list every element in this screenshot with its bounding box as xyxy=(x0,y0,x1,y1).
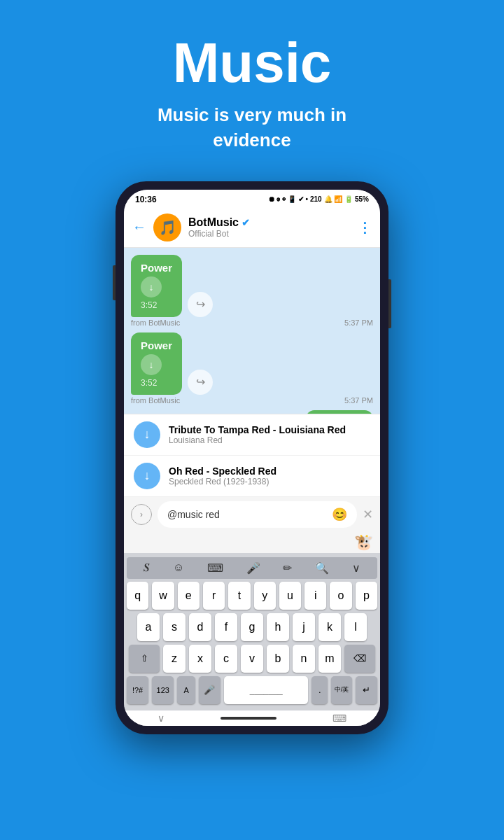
key-a[interactable]: a xyxy=(137,613,160,641)
status-network: 🔔 📶 🔋 55% xyxy=(324,195,369,203)
bottom-bar: ∨ ⌨ xyxy=(124,710,380,726)
key-y[interactable]: y xyxy=(254,582,276,610)
keyboard-row-1: q w e r t y u i o p xyxy=(127,582,377,610)
kb-tool-collapse[interactable]: ∨ xyxy=(348,560,365,576)
key-numbers2[interactable]: 123 xyxy=(152,676,174,704)
result-title-2: Oh Red - Speckled Red xyxy=(169,465,370,477)
status-icons: ⏺ ⊕ ◎ 📱 ✔ • 210 🔔 📶 🔋 55% xyxy=(268,195,369,203)
result-icon-1: ↓ xyxy=(134,421,160,448)
input-text: @music red xyxy=(167,509,220,520)
status-misc: ⏺ ⊕ ◎ 📱 ✔ • xyxy=(268,195,308,203)
key-lang2[interactable]: 中/英 xyxy=(331,676,352,704)
key-d[interactable]: d xyxy=(189,613,211,641)
key-b[interactable]: b xyxy=(267,645,289,673)
bottom-chevron[interactable]: ∨ xyxy=(158,713,164,724)
sticker-emoji: 🐮 xyxy=(354,533,373,552)
kb-tool-emoji[interactable]: ☺ xyxy=(169,560,188,575)
key-space[interactable]: _______ xyxy=(224,676,308,704)
phone-screen: 10:36 ⏺ ⊕ ◎ 📱 ✔ • 210 🔔 📶 🔋 55% ← 🎵 BotM… xyxy=(124,190,380,726)
key-lang[interactable]: A xyxy=(177,676,195,704)
input-area: › @music red 😊 ✕ xyxy=(124,497,380,532)
key-z[interactable]: z xyxy=(163,645,186,673)
key-backspace[interactable]: ⌫ xyxy=(344,645,375,673)
page-title: Music xyxy=(158,35,346,91)
key-o[interactable]: o xyxy=(330,582,351,610)
key-t[interactable]: t xyxy=(228,582,250,610)
download-button-1[interactable]: ↓ xyxy=(141,276,162,298)
key-l[interactable]: l xyxy=(344,613,367,641)
kb-tool-swype[interactable]: 𝑺 xyxy=(139,560,154,575)
song-title-2: Power xyxy=(141,340,172,351)
key-k[interactable]: k xyxy=(318,613,341,641)
key-numbers[interactable]: !?# xyxy=(127,676,148,704)
message-meta-2: from BotMusic 5:37 PM xyxy=(131,396,373,405)
message-bubble-1: Power ↓ 3:52 xyxy=(131,255,182,317)
status-bar: 10:36 ⏺ ⊕ ◎ 📱 ✔ • 210 🔔 📶 🔋 55% xyxy=(124,190,380,208)
key-v[interactable]: v xyxy=(241,645,263,673)
emoji-button[interactable]: 😊 xyxy=(332,507,347,522)
key-period[interactable]: . xyxy=(312,676,328,704)
kb-tool-keyboard[interactable]: ⌨ xyxy=(203,560,227,576)
page-subtitle: Music is very much inevidence xyxy=(158,102,346,153)
search-result-2[interactable]: ↓ Oh Red - Speckled Red Speckled Red (19… xyxy=(124,456,380,497)
kb-tool-edit[interactable]: ✏ xyxy=(279,560,296,576)
key-s[interactable]: s xyxy=(163,613,186,641)
result-subtitle-1: Louisiana Red xyxy=(169,435,370,445)
key-h[interactable]: h xyxy=(267,613,289,641)
key-mic[interactable]: 🎤 xyxy=(199,676,220,704)
duration-2: 3:52 xyxy=(141,378,172,388)
keyboard: 𝑺 ☺ ⌨ 🎤 ✏ 🔍 ∨ q w e r t y u i xyxy=(124,553,380,710)
share-button-1[interactable]: ↪ xyxy=(188,292,213,317)
keyboard-toolbar: 𝑺 ☺ ⌨ 🎤 ✏ 🔍 ∨ xyxy=(127,557,377,579)
key-e[interactable]: e xyxy=(178,582,200,610)
key-u[interactable]: u xyxy=(279,582,301,610)
key-r[interactable]: r xyxy=(203,582,225,610)
key-j[interactable]: j xyxy=(293,613,315,641)
share-button-2[interactable]: ↪ xyxy=(188,370,213,395)
key-f[interactable]: f xyxy=(215,613,237,641)
search-result-1[interactable]: ↓ Tribute To Tampa Red - Louisiana Red L… xyxy=(124,414,380,456)
download-area-1: ↓ xyxy=(141,276,172,298)
download-area-2: ↓ xyxy=(141,354,172,375)
kb-tool-mic[interactable]: 🎤 xyxy=(242,560,265,576)
key-return[interactable]: ↵ xyxy=(356,676,377,704)
keyboard-row-2: a s d f g h j k l xyxy=(127,613,377,641)
phone-frame: 10:36 ⏺ ⊕ ◎ 📱 ✔ • 210 🔔 📶 🔋 55% ← 🎵 BotM… xyxy=(115,181,388,734)
status-time: 10:36 xyxy=(135,195,157,204)
back-button[interactable]: ← xyxy=(132,219,146,235)
chat-area: Power ↓ 3:52 ↪ from BotMusic 5:37 PM xyxy=(124,248,380,414)
source-label-1: from BotMusic xyxy=(131,318,180,327)
result-subtitle-2: Speckled Red (1929-1938) xyxy=(169,477,370,486)
key-c[interactable]: c xyxy=(215,645,237,673)
source-label-2: from BotMusic xyxy=(131,396,180,405)
key-m[interactable]: m xyxy=(318,645,341,673)
status-signal: 210 xyxy=(310,195,322,203)
message-meta-1: from BotMusic 5:37 PM xyxy=(131,318,373,327)
key-g[interactable]: g xyxy=(241,613,263,641)
download-button-2[interactable]: ↓ xyxy=(141,354,162,375)
keyboard-row-3: ⇧ z x c v b n m ⌫ xyxy=(127,645,377,673)
key-n[interactable]: n xyxy=(293,645,315,673)
chat-input-container[interactable]: @music red 😊 xyxy=(158,501,357,528)
kb-tool-search[interactable]: 🔍 xyxy=(311,560,333,576)
header-section: Music Music is very much inevidence xyxy=(115,0,388,174)
key-shift[interactable]: ⇧ xyxy=(129,645,160,673)
message-bubble-2: Power ↓ 3:52 xyxy=(131,332,182,395)
key-i[interactable]: i xyxy=(304,582,326,610)
duration-1: 3:52 xyxy=(141,300,172,310)
key-w[interactable]: w xyxy=(152,582,174,610)
bottom-keyboard[interactable]: ⌨ xyxy=(332,713,346,724)
key-p[interactable]: p xyxy=(356,582,377,610)
app-header: ← 🎵 BotMusic ✔ Official Bot ⋮ xyxy=(124,208,380,248)
input-close-button[interactable]: ✕ xyxy=(363,507,373,522)
bot-name: BotMusic ✔ xyxy=(188,216,351,229)
key-x[interactable]: x xyxy=(189,645,211,673)
expand-button[interactable]: › xyxy=(131,504,152,525)
verified-badge: ✔ xyxy=(241,217,250,228)
key-q[interactable]: q xyxy=(127,582,148,610)
menu-button[interactable]: ⋮ xyxy=(358,219,372,236)
result-icon-2: ↓ xyxy=(134,463,160,489)
song-title-1: Power xyxy=(141,262,172,274)
result-text-1: Tribute To Tampa Red - Louisiana Red Lou… xyxy=(169,424,370,445)
home-indicator xyxy=(220,717,276,720)
